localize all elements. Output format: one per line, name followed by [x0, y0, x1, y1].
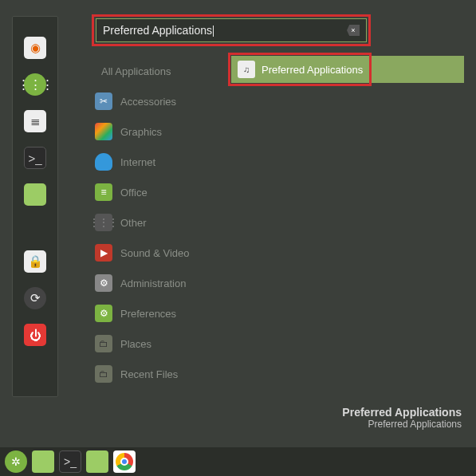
category-label: Office: [120, 187, 148, 199]
search-value: Preferred Applications: [103, 24, 347, 37]
category-all-applications[interactable]: All Applications: [92, 56, 223, 86]
category-icon: ≡: [95, 183, 112, 201]
menu-panel: Preferred Applications × All Application…: [92, 14, 464, 436]
category-label: Sound & Video: [120, 247, 190, 259]
category-label: All Applications: [101, 65, 171, 77]
fav-power-icon[interactable]: ⏻: [24, 324, 46, 346]
taskbar: ✲>_: [0, 447, 476, 476]
fav-firefox-icon[interactable]: ◉: [24, 37, 46, 59]
category-icon: ▶: [95, 244, 112, 262]
category-label: Other: [120, 217, 147, 229]
result-preferred-applications[interactable]: ♫ Preferred Applications: [231, 56, 464, 83]
category-label: Internet: [120, 156, 155, 168]
category-icon: ⚙: [95, 305, 112, 322]
fav-system-monitor-icon[interactable]: ≣: [24, 110, 46, 132]
fav-app-grid-icon[interactable]: ⋮⋮⋮: [24, 73, 46, 96]
category-graphics[interactable]: Graphics: [92, 116, 223, 147]
category-icon: ✂: [95, 92, 112, 110]
taskbar-terminal-icon[interactable]: >_: [59, 450, 81, 473]
category-accessories[interactable]: ✂Accessories: [92, 86, 223, 116]
category-recent-files[interactable]: 🗀Recent Files: [92, 359, 223, 389]
category-label: Recent Files: [120, 368, 178, 380]
hint-subtitle: Preferred Applications: [342, 419, 462, 430]
fav-logout-icon[interactable]: ⟳: [24, 287, 46, 309]
category-icon: [95, 123, 112, 140]
category-places[interactable]: 🗀Places: [92, 328, 223, 359]
category-label: Administration: [120, 277, 186, 289]
category-icon: 🗀: [95, 335, 112, 352]
fav-lock-icon[interactable]: 🔒: [24, 250, 46, 273]
category-label: Preferences: [120, 308, 176, 320]
favorites-sidebar: ◉⋮⋮⋮≣>_🔒⟳⏻: [12, 16, 58, 397]
category-label: Accessories: [120, 96, 176, 108]
categories-list: All Applications ✂AccessoriesGraphicsInt…: [92, 56, 223, 389]
category-icon: ⋮⋮⋮: [95, 214, 112, 231]
category-other[interactable]: ⋮⋮⋮Other: [92, 207, 223, 238]
hint-title: Preferred Applications: [342, 406, 462, 419]
app-description: Preferred Applications Preferred Applica…: [342, 406, 462, 430]
category-icon: ⚙: [95, 274, 112, 292]
category-icon: 🗀: [95, 365, 112, 383]
category-preferences[interactable]: ⚙Preferences: [92, 298, 223, 328]
category-office[interactable]: ≡Office: [92, 177, 223, 207]
results-list: ♫ Preferred Applications: [231, 56, 464, 389]
search-input[interactable]: Preferred Applications ×: [96, 18, 367, 42]
category-internet[interactable]: Internet: [92, 147, 223, 177]
fav-terminal-icon[interactable]: >_: [24, 147, 46, 169]
clear-search-icon[interactable]: ×: [347, 25, 360, 36]
category-sound-video[interactable]: ▶Sound & Video: [92, 238, 223, 268]
preferred-apps-icon: ♫: [238, 61, 255, 78]
taskbar-files-icon[interactable]: [86, 450, 108, 473]
search-highlight: Preferred Applications ×: [92, 14, 371, 46]
taskbar-show-desktop-icon[interactable]: [32, 450, 54, 473]
category-icon: [95, 153, 112, 171]
taskbar-chrome-icon[interactable]: [113, 450, 136, 473]
category-administration[interactable]: ⚙Administration: [92, 268, 223, 298]
fav-files-icon[interactable]: [24, 183, 46, 206]
result-label: Preferred Applications: [262, 64, 363, 76]
category-label: Graphics: [120, 126, 162, 138]
category-label: Places: [120, 338, 151, 350]
taskbar-menu-icon[interactable]: ✲: [5, 450, 27, 473]
